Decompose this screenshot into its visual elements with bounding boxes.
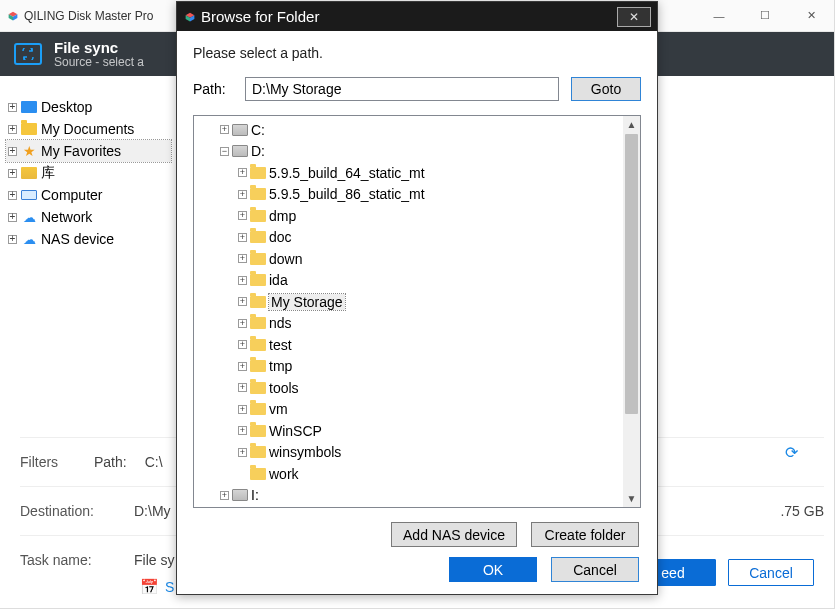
tree-node-folder[interactable]: +WinSCP (202, 420, 619, 442)
folder-icon (250, 208, 266, 224)
expand-icon[interactable]: + (238, 340, 247, 349)
expand-icon[interactable]: + (238, 362, 247, 371)
expand-icon[interactable]: + (238, 276, 247, 285)
task-name-value: File sy (134, 552, 174, 568)
tree-node-folder[interactable]: +winsymbols (202, 442, 619, 464)
vertical-scrollbar[interactable]: ▲ ▼ (623, 116, 640, 507)
tree-node-folder[interactable]: +5.9.5_build_64_static_mt (202, 162, 619, 184)
expand-icon[interactable]: + (238, 405, 247, 414)
tree-node-folder[interactable]: +tmp (202, 356, 619, 378)
schedule-label[interactable]: S (165, 579, 174, 595)
scroll-down-icon[interactable]: ▼ (623, 490, 640, 507)
expand-icon[interactable]: + (220, 491, 229, 500)
folder-icon (250, 337, 266, 353)
desktop-icon (21, 99, 37, 115)
tree-node-nas[interactable]: + ☁ NAS device (6, 228, 171, 250)
file-sync-icon (14, 43, 42, 65)
tree-node-libraries[interactable]: + 库 (6, 162, 171, 184)
tree-node-d-drive[interactable]: − D: (202, 141, 619, 163)
path-label: Path: (193, 81, 233, 97)
add-nas-button[interactable]: Add NAS device (391, 522, 517, 547)
drive-icon (232, 487, 248, 503)
library-icon (21, 165, 37, 181)
dialog-close-button[interactable]: ✕ (617, 7, 651, 27)
maximize-button[interactable]: ☐ (742, 0, 788, 32)
star-icon: ★ (21, 143, 37, 159)
expand-icon[interactable]: + (8, 169, 17, 178)
tree-node-c-drive[interactable]: + C: (202, 119, 619, 141)
task-name-label: Task name: (20, 552, 116, 568)
folder-icon (250, 380, 266, 396)
destination-label: Destination: (20, 503, 116, 519)
tree-node-i-drive[interactable]: + I: (202, 485, 619, 507)
expand-icon[interactable]: + (238, 448, 247, 457)
dialog-instruction: Please select a path. (193, 45, 641, 61)
tree-node-computer[interactable]: + Computer (6, 184, 171, 206)
folder-icon (250, 186, 266, 202)
dialog-cancel-button[interactable]: Cancel (551, 557, 639, 582)
expand-icon[interactable]: + (238, 211, 247, 220)
expand-icon[interactable]: + (238, 233, 247, 242)
tree-node-folder[interactable]: +tools (202, 377, 619, 399)
tree-node-folder[interactable]: +ida (202, 270, 619, 292)
minimize-button[interactable]: — (696, 0, 742, 32)
ribbon-title: File sync (54, 39, 144, 56)
cancel-button[interactable]: Cancel (728, 559, 814, 586)
tree-node-folder[interactable]: +test (202, 334, 619, 356)
refresh-icon[interactable]: ⟳ (785, 443, 798, 462)
calendar-icon[interactable]: 📅 (140, 578, 159, 596)
expand-icon[interactable]: + (238, 426, 247, 435)
folder-icon (250, 423, 266, 439)
tree-node-mydocuments[interactable]: + My Documents (6, 118, 171, 140)
scroll-up-icon[interactable]: ▲ (623, 116, 640, 133)
destination-value: D:\My (134, 503, 171, 519)
tree-node-folder[interactable]: +vm (202, 399, 619, 421)
tree-node-desktop[interactable]: + Desktop (6, 96, 171, 118)
path-label: Path: (94, 454, 127, 470)
goto-button[interactable]: Goto (571, 77, 641, 101)
scroll-thumb[interactable] (625, 134, 638, 414)
expand-icon[interactable]: + (238, 168, 247, 177)
expand-icon[interactable]: + (238, 254, 247, 263)
nas-icon: ☁ (21, 231, 37, 247)
expand-icon[interactable]: + (8, 213, 17, 222)
tree-node-network[interactable]: + ☁ Network (6, 206, 171, 228)
monitor-icon (21, 187, 37, 203)
tree-node-folder[interactable]: +down (202, 248, 619, 270)
browse-folder-dialog: Browse for Folder ✕ Please select a path… (176, 1, 658, 595)
expand-icon[interactable]: + (238, 319, 247, 328)
close-button[interactable]: ✕ (788, 0, 834, 32)
folder-icon (21, 121, 37, 137)
network-icon: ☁ (21, 209, 37, 225)
ok-button[interactable]: OK (449, 557, 537, 582)
expand-icon[interactable]: + (220, 125, 229, 134)
tree-node-folder[interactable]: +5.9.5_build_86_static_mt (202, 184, 619, 206)
tree-node-folder[interactable]: +nds (202, 313, 619, 335)
tree-node-folder[interactable]: +doc (202, 227, 619, 249)
expand-icon[interactable]: + (238, 190, 247, 199)
app-logo-icon (8, 8, 24, 24)
expand-icon[interactable]: + (8, 147, 17, 156)
dialog-titlebar[interactable]: Browse for Folder ✕ (177, 2, 657, 31)
dialog-title: Browse for Folder (201, 8, 319, 25)
create-folder-button[interactable]: Create folder (531, 522, 639, 547)
tree-node-folder[interactable]: +My Storage (202, 291, 619, 313)
folder-icon (250, 358, 266, 374)
tree-node-folder[interactable]: +dmp (202, 205, 619, 227)
expand-icon[interactable]: + (238, 383, 247, 392)
folder-icon (250, 444, 266, 460)
window-controls: — ☐ ✕ (696, 0, 834, 32)
expand-icon[interactable]: + (8, 235, 17, 244)
tree-node-myfavorites[interactable]: + ★ My Favorites (6, 140, 171, 162)
collapse-icon[interactable]: − (220, 147, 229, 156)
expand-icon[interactable]: + (238, 297, 247, 306)
dialog-logo-icon (185, 9, 201, 25)
folder-icon (250, 401, 266, 417)
filters-label: Filters (20, 454, 76, 470)
tree-node-folder[interactable]: work (202, 463, 619, 485)
disk-free: .75 GB (780, 503, 824, 519)
expand-icon[interactable]: + (8, 125, 17, 134)
path-input[interactable] (245, 77, 559, 101)
expand-icon[interactable]: + (8, 191, 17, 200)
expand-icon[interactable]: + (8, 103, 17, 112)
